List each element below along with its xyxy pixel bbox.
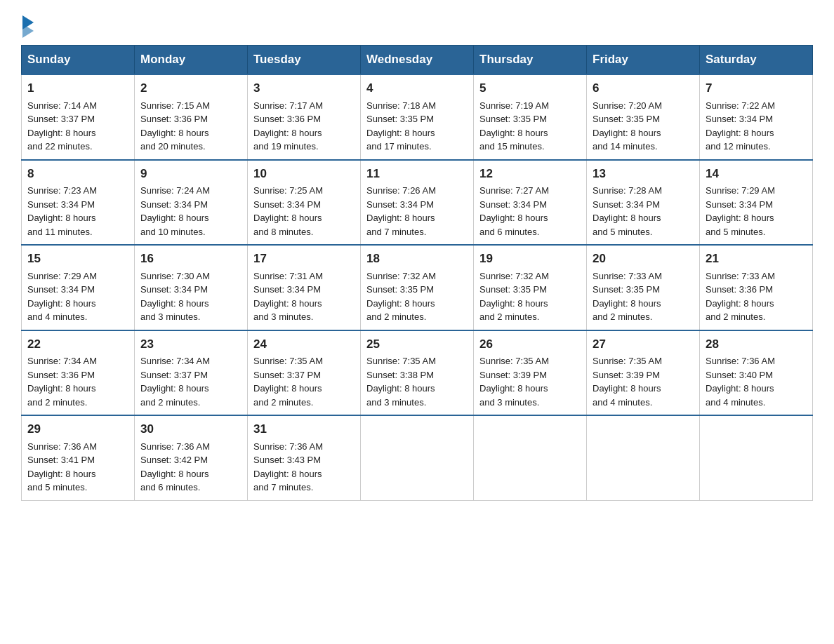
day-number: 1 xyxy=(27,79,128,98)
calendar-cell xyxy=(474,415,587,500)
sunrise-text: Sunrise: 7:31 AM xyxy=(253,271,323,281)
calendar-cell: 25Sunrise: 7:35 AMSunset: 3:38 PMDayligh… xyxy=(361,330,474,416)
calendar-cell: 20Sunrise: 7:33 AMSunset: 3:35 PMDayligh… xyxy=(587,245,700,330)
calendar-cell: 2Sunrise: 7:15 AMSunset: 3:36 PMDaylight… xyxy=(135,74,248,160)
daylight-minutes: and 14 minutes. xyxy=(593,141,658,152)
calendar-cell: 30Sunrise: 7:36 AMSunset: 3:42 PMDayligh… xyxy=(135,415,248,500)
calendar-cell xyxy=(700,415,813,500)
sunrise-text: Sunrise: 7:36 AM xyxy=(140,441,210,452)
sunset-text: Sunset: 3:35 PM xyxy=(593,114,660,124)
daylight-minutes: and 2 minutes. xyxy=(366,311,426,322)
sunset-text: Sunset: 3:34 PM xyxy=(27,199,95,210)
calendar-cell: 14Sunrise: 7:29 AMSunset: 3:34 PMDayligh… xyxy=(700,160,813,246)
daylight-label: Daylight: 8 hours xyxy=(706,383,774,394)
sunrise-text: Sunrise: 7:26 AM xyxy=(366,185,436,196)
col-header-sunday: Sunday xyxy=(22,46,135,75)
sunset-text: Sunset: 3:34 PM xyxy=(140,199,208,210)
daylight-minutes: and 8 minutes. xyxy=(253,227,313,237)
calendar-cell: 3Sunrise: 7:17 AMSunset: 3:36 PMDaylight… xyxy=(248,74,361,160)
daylight-minutes: and 4 minutes. xyxy=(27,311,87,322)
sunrise-text: Sunrise: 7:35 AM xyxy=(479,356,549,366)
daylight-label: Daylight: 8 hours xyxy=(140,298,209,309)
sunrise-text: Sunrise: 7:17 AM xyxy=(253,100,323,111)
day-number: 20 xyxy=(593,250,694,268)
sunrise-text: Sunrise: 7:35 AM xyxy=(253,356,323,366)
sunset-text: Sunset: 3:37 PM xyxy=(253,370,321,380)
day-number: 6 xyxy=(593,79,694,98)
col-header-saturday: Saturday xyxy=(700,46,813,75)
daylight-label: Daylight: 8 hours xyxy=(479,298,548,309)
sunrise-text: Sunrise: 7:24 AM xyxy=(140,185,210,196)
col-header-wednesday: Wednesday xyxy=(361,46,474,75)
daylight-label: Daylight: 8 hours xyxy=(479,383,548,394)
sunrise-text: Sunrise: 7:36 AM xyxy=(27,441,97,452)
week-row-4: 22Sunrise: 7:34 AMSunset: 3:36 PMDayligh… xyxy=(22,330,813,416)
daylight-label: Daylight: 8 hours xyxy=(593,213,661,223)
day-number: 30 xyxy=(140,420,241,438)
logo xyxy=(21,14,34,34)
daylight-label: Daylight: 8 hours xyxy=(140,213,209,223)
calendar-cell xyxy=(587,415,700,500)
sunset-text: Sunset: 3:38 PM xyxy=(366,370,434,380)
calendar-cell: 17Sunrise: 7:31 AMSunset: 3:34 PMDayligh… xyxy=(248,245,361,330)
sunset-text: Sunset: 3:36 PM xyxy=(253,114,321,124)
sunset-text: Sunset: 3:40 PM xyxy=(706,370,773,380)
daylight-label: Daylight: 8 hours xyxy=(140,128,209,138)
sunrise-text: Sunrise: 7:29 AM xyxy=(27,271,97,281)
day-number: 3 xyxy=(253,79,355,98)
calendar-cell: 13Sunrise: 7:28 AMSunset: 3:34 PMDayligh… xyxy=(587,160,700,246)
col-header-monday: Monday xyxy=(135,46,248,75)
sunrise-text: Sunrise: 7:33 AM xyxy=(593,271,662,281)
day-number: 4 xyxy=(366,79,468,98)
sunrise-text: Sunrise: 7:35 AM xyxy=(366,356,436,366)
sunset-text: Sunset: 3:41 PM xyxy=(27,455,95,465)
daylight-minutes: and 2 minutes. xyxy=(140,397,200,408)
daylight-label: Daylight: 8 hours xyxy=(366,128,435,138)
daylight-label: Daylight: 8 hours xyxy=(253,469,322,479)
day-number: 5 xyxy=(479,79,581,98)
sunset-text: Sunset: 3:34 PM xyxy=(366,199,434,210)
sunrise-text: Sunrise: 7:18 AM xyxy=(366,100,436,111)
daylight-label: Daylight: 8 hours xyxy=(27,298,96,309)
calendar-cell: 11Sunrise: 7:26 AMSunset: 3:34 PMDayligh… xyxy=(361,160,474,246)
calendar-cell: 23Sunrise: 7:34 AMSunset: 3:37 PMDayligh… xyxy=(135,330,248,416)
sunrise-text: Sunrise: 7:14 AM xyxy=(27,100,97,111)
calendar-cell: 19Sunrise: 7:32 AMSunset: 3:35 PMDayligh… xyxy=(474,245,587,330)
day-number: 31 xyxy=(253,420,355,438)
sunset-text: Sunset: 3:34 PM xyxy=(27,284,95,295)
day-number: 21 xyxy=(706,250,807,268)
week-row-5: 29Sunrise: 7:36 AMSunset: 3:41 PMDayligh… xyxy=(22,415,813,500)
sunrise-text: Sunrise: 7:36 AM xyxy=(706,356,775,366)
daylight-label: Daylight: 8 hours xyxy=(706,128,774,138)
calendar-cell: 15Sunrise: 7:29 AMSunset: 3:34 PMDayligh… xyxy=(22,245,135,330)
calendar-cell xyxy=(361,415,474,500)
daylight-minutes: and 5 minutes. xyxy=(27,482,87,492)
day-number: 29 xyxy=(27,420,128,438)
sunset-text: Sunset: 3:36 PM xyxy=(140,114,208,124)
daylight-label: Daylight: 8 hours xyxy=(253,298,322,309)
sunrise-text: Sunrise: 7:20 AM xyxy=(593,100,662,111)
week-row-1: 1Sunrise: 7:14 AMSunset: 3:37 PMDaylight… xyxy=(22,74,813,160)
calendar-cell: 9Sunrise: 7:24 AMSunset: 3:34 PMDaylight… xyxy=(135,160,248,246)
calendar-cell: 21Sunrise: 7:33 AMSunset: 3:36 PMDayligh… xyxy=(700,245,813,330)
daylight-minutes: and 2 minutes. xyxy=(479,311,539,322)
daylight-minutes: and 4 minutes. xyxy=(593,397,652,408)
daylight-minutes: and 3 minutes. xyxy=(479,397,539,408)
daylight-label: Daylight: 8 hours xyxy=(366,213,435,223)
day-number: 10 xyxy=(253,165,355,183)
daylight-label: Daylight: 8 hours xyxy=(593,128,661,138)
sunset-text: Sunset: 3:34 PM xyxy=(706,114,773,124)
sunrise-text: Sunrise: 7:32 AM xyxy=(366,271,436,281)
daylight-minutes: and 3 minutes. xyxy=(366,397,426,408)
sunset-text: Sunset: 3:39 PM xyxy=(593,370,660,380)
sunset-text: Sunset: 3:34 PM xyxy=(253,284,321,295)
daylight-minutes: and 10 minutes. xyxy=(140,227,206,237)
sunrise-text: Sunrise: 7:32 AM xyxy=(479,271,549,281)
col-header-friday: Friday xyxy=(587,46,700,75)
sunrise-text: Sunrise: 7:28 AM xyxy=(593,185,662,196)
col-header-tuesday: Tuesday xyxy=(248,46,361,75)
col-header-thursday: Thursday xyxy=(474,46,587,75)
calendar-cell: 6Sunrise: 7:20 AMSunset: 3:35 PMDaylight… xyxy=(587,74,700,160)
day-number: 24 xyxy=(253,335,355,354)
day-number: 22 xyxy=(27,335,128,354)
